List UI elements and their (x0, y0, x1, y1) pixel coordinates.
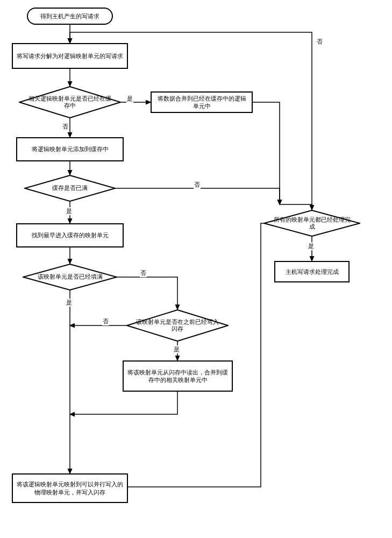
done-box: 主机写请求处理完成 (274, 261, 350, 282)
decision-in-cache-text: 相关逻辑映射单元是否已经在缓存中 (28, 95, 111, 109)
map-write-box: 将该逻辑映射单元映射到可以并行写入的物理映射单元，并写入闪存 (12, 473, 128, 503)
yes-label-5: 是 (308, 242, 315, 250)
decision-in-cache: 相关逻辑映射单元是否已经在缓存中 (19, 86, 121, 118)
start-text: 得到主机产生的写请求 (40, 12, 99, 20)
split-request-box: 将写请求分解为对逻辑映射单元的写请求 (12, 43, 128, 69)
done-text: 主机写请求处理完成 (286, 268, 339, 275)
add-cache-box: 将逻辑映射单元添加到缓存中 (16, 137, 124, 161)
no-label-3: 否 (140, 269, 147, 277)
decision-written-before-text: 该映射单元是否在之前已经写入闪存 (136, 318, 219, 332)
no-label-5: 否 (316, 38, 323, 46)
decision-cache-full-text: 缓存是否已满 (52, 185, 88, 192)
read-merge-text: 将该映射单元从闪存中读出，合并到缓存中的相关映射单元中 (127, 369, 229, 384)
flowchart: 得到主机产生的写请求 将写请求分解为对逻辑映射单元的写请求 相关逻辑映射单元是否… (5, 5, 387, 533)
decision-unit-full-text: 该映射单元是否已经填满 (38, 273, 103, 280)
yes-label-3: 是 (66, 299, 73, 307)
no-label-4: 否 (102, 317, 109, 325)
no-label: 否 (62, 123, 69, 131)
decision-cache-full: 缓存是否已满 (24, 175, 116, 202)
decision-written-before: 该映射单元是否在之前已经写入闪存 (126, 309, 229, 342)
decision-unit-full: 该映射单元是否已经填满 (23, 264, 117, 291)
add-cache-text: 将逻辑映射单元添加到缓存中 (32, 145, 109, 153)
decision-all-done-text: 所有的映射单元都已经处理完成 (273, 216, 351, 230)
yes-label-2: 是 (66, 207, 73, 215)
start-node: 得到主机产生的写请求 (27, 8, 113, 25)
find-oldest-box: 找到最早进入缓存的映射单元 (16, 223, 124, 247)
merge-cache-text: 将数据合并到已经在缓存中的逻辑单元中 (155, 95, 248, 110)
map-write-text: 将该逻辑映射单元映射到可以并行写入的物理映射单元，并写入闪存 (16, 480, 124, 496)
merge-cache-box: 将数据合并到已经在缓存中的逻辑单元中 (151, 91, 253, 113)
no-label-2: 否 (194, 181, 201, 189)
yes-label: 是 (126, 95, 133, 103)
read-merge-box: 将该映射单元从闪存中读出，合并到缓存中的相关映射单元中 (123, 360, 233, 392)
yes-label-4: 是 (173, 345, 180, 353)
decision-all-done: 所有的映射单元都已经处理完成 (263, 210, 360, 237)
find-oldest-text: 找到最早进入缓存的映射单元 (32, 231, 109, 239)
split-request-text: 将写请求分解为对逻辑映射单元的写请求 (17, 52, 123, 60)
